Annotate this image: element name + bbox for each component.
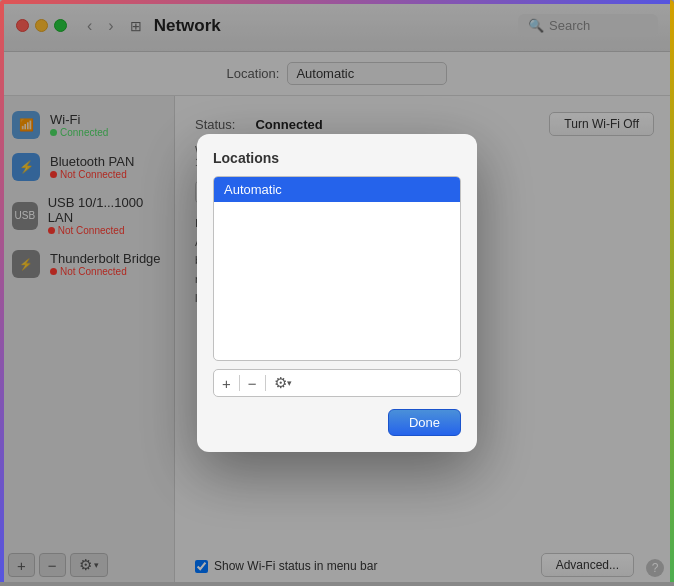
locations-modal: Locations Automatic + − ⚙ ▾ Done [197,134,477,452]
add-location-button[interactable]: + [220,375,233,392]
modal-actions: Done [213,409,461,436]
toolbar-separator-2 [265,375,266,391]
location-chevron-icon: ▾ [287,378,292,388]
modal-toolbar: + − ⚙ ▾ [213,369,461,397]
location-item-automatic[interactable]: Automatic [214,177,460,202]
left-border-accent [0,0,4,586]
right-border-accent [670,0,674,586]
location-settings-icon: ⚙ [274,374,287,392]
top-border-accent [0,0,674,4]
done-button[interactable]: Done [388,409,461,436]
bottom-border-accent [0,582,674,586]
location-settings-button[interactable]: ⚙ ▾ [272,374,294,392]
modal-title: Locations [213,150,461,166]
toolbar-separator [239,375,240,391]
locations-list: Automatic [213,176,461,361]
modal-overlay: Locations Automatic + − ⚙ ▾ Done [0,0,674,586]
location-name: Automatic [224,182,282,197]
remove-location-button[interactable]: − [246,375,259,392]
